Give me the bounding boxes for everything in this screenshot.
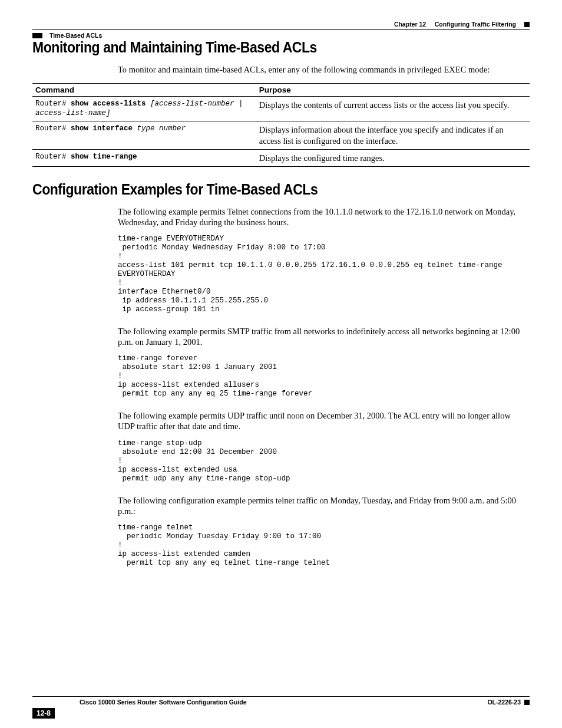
section1-intro: To monitor and maintain time-based ACLs,… [118, 64, 524, 75]
example4-code: time-range telnet periodic Monday Tuesda… [118, 523, 524, 568]
th-command: Command [32, 84, 256, 97]
table-row: Router# show time-range Displays the con… [32, 149, 530, 166]
cmd-bold: show interface [71, 124, 133, 133]
cmd-bold: show access-lists [71, 100, 146, 108]
example1-code: time-range EVERYOTHERDAY periodic Monday… [118, 235, 524, 314]
section-name: Time-Based ACLs [49, 32, 102, 39]
doc-title: Cisco 10000 Series Router Software Confi… [80, 699, 247, 706]
header-marker-icon [524, 22, 530, 27]
command-table: Command Purpose Router# show access-list… [32, 83, 530, 167]
section2-title: Configuration Examples for Time-Based AC… [32, 181, 490, 198]
cmd-prefix: Router# [35, 124, 71, 133]
cmd-args: type number [133, 124, 186, 133]
example3-desc: The following example permits UDP traffi… [118, 410, 524, 431]
chapter-ref: Chapter 12 [394, 21, 426, 28]
example3-code: time-range stop-udp absolute end 12:00 3… [118, 439, 524, 483]
section-marker-icon [32, 33, 42, 38]
example4-desc: The following configuration example perm… [118, 495, 524, 516]
page-footer: Cisco 10000 Series Router Software Confi… [32, 696, 530, 706]
cmd-bold: show time-range [71, 153, 137, 161]
example2-desc: The following example permits SMTP traff… [118, 326, 524, 347]
page-header-top: Chapter 12 Configuring Traffic Filtering [32, 21, 530, 28]
footer-rule [32, 696, 530, 697]
cmd-prefix: Router# [35, 153, 71, 161]
table-row: Router# show interface type number Displ… [32, 121, 530, 149]
example2-code: time-range forever absolute start 12:00 … [118, 354, 524, 398]
example1-desc: The following example permits Telnet con… [118, 206, 524, 228]
chapter-title: Configuring Traffic Filtering [435, 21, 516, 28]
doc-id: OL-2226-23 [487, 699, 521, 706]
page-header-section: Time-Based ACLs [32, 32, 530, 39]
table-row: Router# show access-lists [access-list-n… [32, 97, 530, 121]
cmd-purpose: Displays the configured time ranges. [256, 149, 530, 166]
section1-title: Monitoring and Maintaining Time-Based AC… [32, 39, 490, 56]
page-number: 12-8 [32, 708, 55, 719]
footer-marker-icon [524, 700, 530, 705]
cmd-purpose: Displays the contents of current access … [256, 97, 530, 121]
cmd-purpose: Displays information about the interface… [256, 121, 530, 149]
header-rule [32, 29, 530, 30]
cmd-prefix: Router# [35, 100, 71, 108]
th-purpose: Purpose [256, 84, 530, 97]
